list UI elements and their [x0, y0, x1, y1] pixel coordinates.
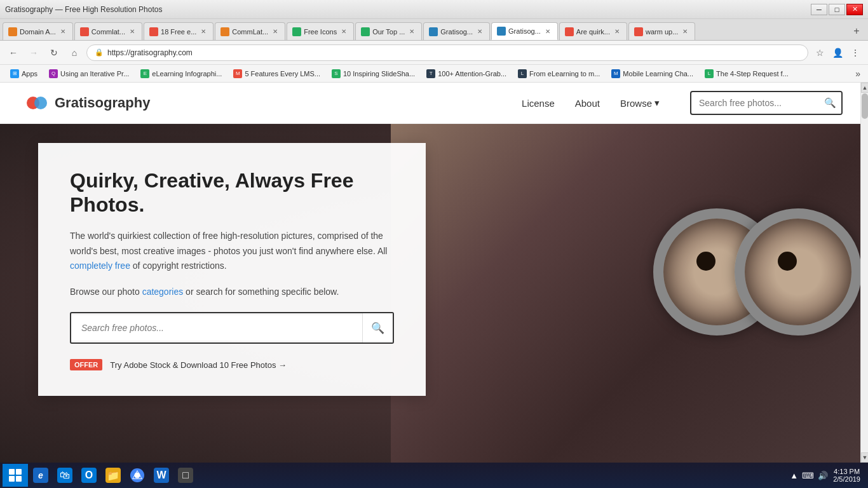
minimize-button[interactable]: ─	[811, 4, 827, 15]
hero-search-button[interactable]: 🔍	[362, 313, 393, 342]
tab-label: Gratisog...	[440, 28, 473, 36]
address-bar[interactable]: 🔒 https://gratisography.com	[86, 44, 808, 61]
bookmark-item-2[interactable]: E eLearning Infographi...	[135, 67, 227, 81]
tab-t9[interactable]: Are quirk... ✕	[559, 22, 627, 40]
tab-favicon	[80, 27, 89, 36]
tab-bar: Domain A... ✕ Commlat... ✕ 18 Free e... …	[0, 19, 868, 41]
tab-favicon	[634, 27, 643, 36]
tab-close-button[interactable]: ✕	[128, 27, 137, 36]
close-button[interactable]: ✕	[846, 4, 863, 15]
tab-close-button[interactable]: ✕	[407, 27, 416, 36]
tab-favicon	[220, 27, 229, 36]
bookmark-item-3[interactable]: M 5 Features Every LMS...	[228, 67, 325, 81]
tab-t10[interactable]: warm up... ✕	[628, 22, 695, 40]
language-bar-icon[interactable]: ⌨	[802, 471, 814, 480]
window-controls[interactable]: ─ □ ✕	[811, 4, 863, 15]
scroll-up-button[interactable]: ▲	[861, 83, 868, 93]
maximize-button[interactable]: □	[829, 4, 845, 15]
browser-title: Gratisography — Free High Resolution Pho…	[5, 5, 162, 14]
bookmark-label: 5 Features Every LMS...	[245, 70, 320, 78]
tab-close-button[interactable]: ✕	[681, 27, 689, 36]
account-button[interactable]: 👤	[830, 45, 845, 60]
browse-arrow-icon: ▾	[654, 97, 660, 109]
offer-bar: OFFER Try Adobe Stock & Download 10 Free…	[70, 359, 394, 370]
bookmark-item-7[interactable]: M Mobile Learning Cha...	[606, 67, 698, 81]
nav-search-button[interactable]: 🔍	[818, 92, 841, 114]
bookmark-item-0[interactable]: ⊞ Apps	[5, 67, 43, 81]
taskbar-word-button[interactable]: W	[150, 464, 173, 487]
refresh-button[interactable]: ↻	[46, 44, 62, 61]
new-tab-button[interactable]: +	[848, 22, 865, 40]
hero-card: Quirky, Creative, Always Free Photos. Th…	[38, 143, 426, 396]
site-logo[interactable]: Gratisography	[25, 92, 150, 114]
tab-t6[interactable]: Our Top ... ✕	[355, 22, 422, 40]
tab-close-button[interactable]: ✕	[613, 27, 621, 36]
tab-t1[interactable]: Domain A... ✕	[3, 22, 73, 40]
start-button[interactable]	[3, 464, 28, 487]
offer-badge: OFFER	[70, 359, 102, 370]
nav-about-link[interactable]: About	[575, 98, 600, 109]
bookmark-item-8[interactable]: L The 4-Step Request f...	[700, 67, 794, 81]
tab-t5[interactable]: Free Icons ✕	[287, 22, 354, 40]
address-text: https://gratisography.com	[107, 48, 800, 57]
home-button[interactable]: ⌂	[66, 44, 83, 61]
tab-label: Our Top ...	[372, 28, 405, 36]
browser-content: Gratisography License About Browse ▾ 🔍	[0, 83, 868, 463]
bookmark-label: 10 Inspiring SlideSha...	[343, 70, 415, 78]
bookmark-label: 100+ Attention-Grab...	[438, 70, 506, 78]
bookmark-item-5[interactable]: T 100+ Attention-Grab...	[421, 67, 512, 81]
hero-search-input[interactable]	[71, 315, 362, 341]
tab-favicon	[8, 27, 17, 36]
system-tray-expand-icon[interactable]: ▲	[790, 471, 798, 480]
nav-browse-link[interactable]: Browse ▾	[620, 97, 660, 109]
tab-label: Commlat...	[92, 28, 125, 36]
clock-date: 2/5/2019	[833, 475, 860, 483]
title-bar: Gratisography — Free High Resolution Pho…	[0, 0, 868, 19]
tab-favicon	[292, 27, 301, 36]
forward-button[interactable]: →	[25, 44, 42, 61]
tab-close-button[interactable]: ✕	[339, 27, 348, 36]
tab-t8[interactable]: Gratisog... ✕	[491, 22, 558, 40]
taskbar-outlook-button[interactable]: O	[78, 464, 100, 487]
scrollbar[interactable]: ▲ ▼	[860, 83, 868, 463]
completely-free-link[interactable]: completely free	[70, 261, 130, 271]
tab-t2[interactable]: Commlat... ✕	[74, 22, 142, 40]
taskbar-explorer-button[interactable]: 📁	[102, 464, 125, 487]
hero-desc-part1: The world's quirkiest collection of free…	[70, 231, 387, 256]
back-button[interactable]: ←	[5, 44, 22, 61]
bookmark-item-4[interactable]: S 10 Inspiring SlideSha...	[327, 67, 420, 81]
scrollbar-thumb[interactable]	[862, 93, 868, 119]
tab-label: Gratisog...	[508, 27, 541, 35]
ie-icon: e	[33, 468, 48, 483]
tab-t7[interactable]: Gratisog... ✕	[423, 22, 490, 40]
hero-description: The world's quirkiest collection of free…	[70, 229, 394, 274]
categories-link-text[interactable]: categories	[142, 287, 184, 297]
tab-t4[interactable]: CommLat... ✕	[215, 22, 285, 40]
tab-favicon	[149, 27, 158, 36]
menu-button[interactable]: ⋮	[848, 45, 863, 60]
volume-icon[interactable]: 🔊	[818, 471, 828, 480]
tab-close-button[interactable]: ✕	[271, 27, 280, 36]
bookmark-item-1[interactable]: Q Using an Iterative Pr...	[44, 67, 134, 81]
hero-search-box[interactable]: 🔍	[70, 312, 394, 344]
taskbar-ie-button[interactable]: e	[29, 464, 52, 487]
more-bookmarks-button[interactable]: »	[853, 69, 863, 79]
tab-t3[interactable]: 18 Free e... ✕	[144, 22, 214, 40]
taskbar-clock[interactable]: 4:13 PM 2/5/2019	[833, 468, 860, 483]
tab-close-button[interactable]: ✕	[543, 27, 552, 36]
tab-close-button[interactable]: ✕	[58, 27, 67, 36]
nav-search-box[interactable]: 🔍	[690, 91, 843, 115]
taskbar-unknown-button[interactable]: □	[174, 464, 197, 487]
offer-text[interactable]: Try Adobe Stock & Download 10 Free Photo…	[110, 360, 287, 370]
bookmark-item-6[interactable]: L From eLearning to m...	[513, 67, 605, 81]
taskbar-chrome-button[interactable]	[126, 464, 149, 487]
nav-search-input[interactable]	[691, 94, 818, 112]
tab-close-button[interactable]: ✕	[199, 27, 208, 36]
nav-license-link[interactable]: License	[522, 98, 555, 109]
scroll-down-button[interactable]: ▼	[861, 452, 868, 463]
taskbar-store-button[interactable]: 🛍	[53, 464, 76, 487]
outlook-icon: O	[81, 468, 97, 483]
bookmark-star-button[interactable]: ☆	[812, 45, 827, 60]
browse-label: Browse	[620, 98, 652, 109]
tab-close-button[interactable]: ✕	[475, 27, 484, 36]
